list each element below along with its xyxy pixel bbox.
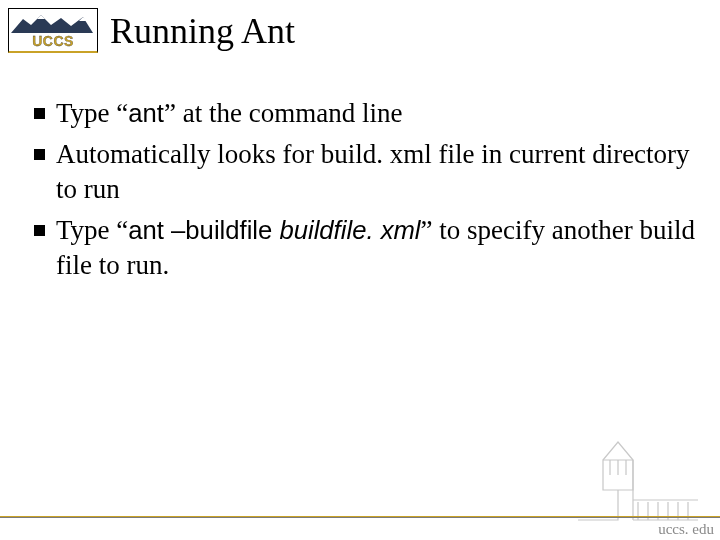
bullet-code: ant –buildfile — [128, 216, 279, 244]
tower-watermark-icon — [578, 420, 698, 530]
bullet-text: Type “ — [56, 98, 128, 128]
bullet-item: Automatically looks for build. xml file … — [24, 137, 696, 207]
bullet-text: Type “ — [56, 215, 128, 245]
bullet-code: ant — [128, 99, 164, 127]
mountain-icon — [11, 11, 93, 33]
slide-body: Type “ant” at the command line Automatic… — [24, 96, 696, 289]
footer-divider — [0, 516, 720, 518]
slide: UCCS Running Ant Type “ant” at the comma… — [0, 0, 720, 540]
bullet-text: ” at the command line — [164, 98, 402, 128]
bullet-text: Automatically looks for build. xml file … — [56, 139, 690, 204]
slide-header: UCCS Running Ant — [8, 8, 295, 53]
bullet-item: Type “ant –buildfile buildfile. xml” to … — [24, 213, 696, 283]
bullet-code-arg: buildfile. xml — [279, 216, 420, 244]
bullet-list: Type “ant” at the command line Automatic… — [24, 96, 696, 283]
uccs-logo: UCCS — [8, 8, 98, 53]
bullet-item: Type “ant” at the command line — [24, 96, 696, 131]
svg-marker-2 — [79, 17, 87, 21]
logo-text: UCCS — [9, 33, 97, 49]
footer-url: uccs. edu — [658, 521, 714, 538]
svg-marker-0 — [11, 15, 93, 33]
svg-marker-1 — [37, 15, 45, 19]
slide-title: Running Ant — [110, 10, 295, 52]
